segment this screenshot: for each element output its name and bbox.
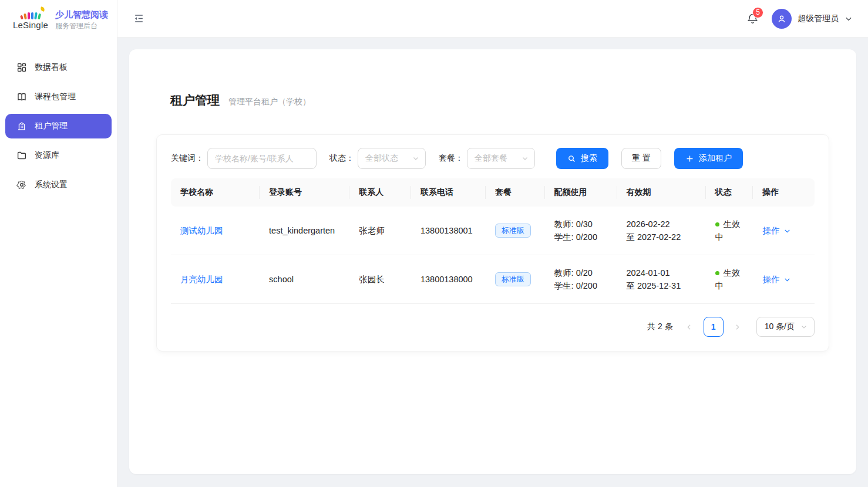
chevron-down-icon [845,15,853,23]
table-row: 月亮幼儿园 school 张园长 13800138000 标准版 教师: 0/2… [171,255,815,304]
quota-cell: 教师: 0/30 学生: 0/200 [545,207,617,255]
contact-phone: 13800138001 [411,207,486,255]
col-plan: 套餐 [486,178,545,207]
validity-cell: 2026-02-22 至 2027-02-22 [617,207,706,255]
dashboard-icon [16,62,27,73]
building-icon [16,121,27,131]
tenant-panel: 关键词： 状态： 全部状态 [156,134,829,351]
status-dot-icon [715,222,719,226]
notification-badge: 5 [752,7,763,18]
reset-button-label: 重 置 [632,153,651,164]
login-account: school [260,255,349,304]
valid-to: 至 2027-02-22 [627,231,697,244]
quota-teachers: 教师: 0/20 [554,266,608,279]
page-title: 租户管理 [170,92,220,109]
user-menu[interactable]: 超级管理员 [772,9,853,29]
search-button[interactable]: 搜索 [556,148,608,169]
logo-bars-icon [20,10,41,19]
brand-title: 少儿智慧阅读 [55,9,108,21]
book-icon [16,92,27,102]
plan-select-value: 全部套餐 [475,153,507,164]
folder-icon [16,150,27,161]
table-header-row: 学校名称 登录账号 联系人 联系电话 套餐 配额使用 有效期 状态 操作 [171,178,815,207]
keyword-input[interactable] [207,148,317,169]
topbar: 5 超级管理员 [117,0,868,38]
keyword-label: 关键词： [171,153,204,164]
row-actions-label: 操作 [762,225,779,236]
sidebar-item-label: 数据看板 [35,62,68,73]
status-select[interactable]: 全部状态 [358,148,426,169]
plus-icon [685,154,694,163]
school-name-link[interactable]: 测试幼儿园 [180,226,223,235]
col-actions: 操作 [753,178,815,207]
login-account: test_kindergarten [260,207,349,255]
page-subtitle: 管理平台租户（学校） [228,97,311,107]
table-row: 测试幼儿园 test_kindergarten 张老师 13800138001 … [171,207,815,255]
contact-name: 张园长 [349,255,411,304]
gear-icon [16,180,27,190]
brand-subtitle: 服务管理后台 [55,22,108,31]
status-label: 状态： [329,153,354,164]
chevron-right-icon [734,323,741,331]
menu-fold-icon [133,13,144,24]
col-validity: 有效期 [617,178,706,207]
valid-from: 2026-02-22 [627,218,697,231]
school-name-link[interactable]: 月亮幼儿园 [180,275,223,284]
status-cell: 生效中 [706,255,753,304]
sidebar-item-resource-library[interactable]: 资源库 [5,143,112,168]
search-button-label: 搜索 [581,153,597,164]
add-tenant-button-label: 添加租户 [699,153,732,164]
contact-phone: 13800138000 [411,255,486,304]
prev-page-button[interactable] [681,317,698,336]
sidebar-item-system-settings[interactable]: 系统设置 [5,173,112,197]
row-actions-dropdown[interactable]: 操作 [762,225,791,236]
add-tenant-button[interactable]: 添加租户 [674,148,743,169]
page-number-button[interactable]: 1 [704,317,724,337]
col-quota: 配额使用 [545,178,617,207]
row-actions-label: 操作 [762,274,779,285]
sidebar-item-dashboard[interactable]: 数据看板 [5,55,112,80]
valid-to: 至 2025-12-31 [627,279,697,292]
col-contact: 联系人 [349,178,411,207]
contact-name: 张老师 [349,207,411,255]
sidebar-item-label: 系统设置 [35,180,68,190]
plan-tag: 标准版 [495,272,531,287]
sidebar-item-course-packages[interactable]: 课程包管理 [5,84,112,109]
col-school-name: 学校名称 [171,178,260,207]
quota-students: 学生: 0/200 [554,279,608,292]
status-cell: 生效中 [706,207,753,255]
col-phone: 联系电话 [411,178,486,207]
sidebar-collapse-button[interactable] [132,12,146,26]
status-select-value: 全部状态 [365,153,398,164]
reset-button[interactable]: 重 置 [621,148,661,169]
pagination: 共 2 条 1 10 条/页 [171,317,815,337]
col-status: 状态 [706,178,753,207]
sidebar-item-label: 租户管理 [35,121,68,131]
plan-select[interactable]: 全部套餐 [467,148,535,169]
notifications-button[interactable]: 5 [745,11,760,26]
plan-label: 套餐： [439,153,463,164]
sidebar-item-tenant-management[interactable]: 租户管理 [5,114,112,138]
next-page-button[interactable] [729,317,746,336]
row-actions-dropdown[interactable]: 操作 [762,274,791,285]
brand-block: LeSingle 少儿智慧阅读 服务管理后台 [0,0,117,40]
page-card: 租户管理 管理平台租户（学校） 关键词： 状态： 全部状态 [129,49,856,474]
logo-text: LeSingle [13,20,48,30]
chevron-down-icon [522,155,529,162]
lesingle-logo-icon: LeSingle [13,10,48,30]
pagination-total: 共 2 条 [647,322,673,332]
plan-tag: 标准版 [495,224,531,238]
status-dot-icon [715,271,719,275]
user-name: 超级管理员 [798,13,839,24]
quota-students: 学生: 0/200 [554,231,608,244]
search-icon [567,154,576,163]
page-size-select[interactable]: 10 条/页 [756,317,815,337]
valid-from: 2024-01-01 [627,266,697,279]
sidebar-item-label: 资源库 [35,150,59,161]
chevron-down-icon [783,276,791,283]
sidebar: LeSingle 少儿智慧阅读 服务管理后台 数据看板 课程包管理 [0,0,117,487]
chevron-down-icon [783,227,791,235]
col-login-account: 登录账号 [260,178,349,207]
page-size-value: 10 条/页 [765,322,795,332]
sidebar-nav: 数据看板 课程包管理 租户管理 资源库 [0,40,117,197]
